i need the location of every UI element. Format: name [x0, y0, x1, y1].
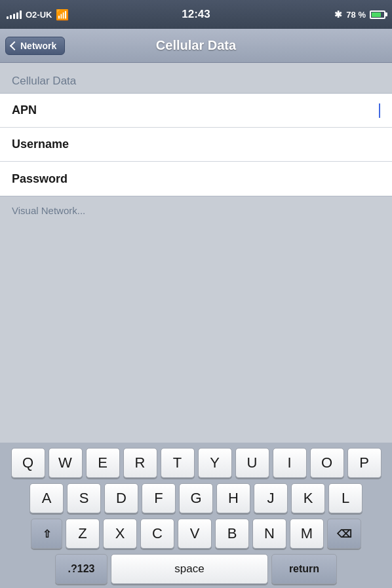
key-H[interactable]: H — [216, 483, 250, 513]
key-T[interactable]: T — [161, 448, 195, 478]
password-input[interactable] — [97, 172, 380, 185]
signal-bar-5 — [20, 10, 22, 19]
key-G[interactable]: G — [179, 483, 213, 513]
shift-key[interactable]: ⇧ — [31, 519, 62, 549]
key-Y[interactable]: Y — [198, 448, 232, 478]
username-input[interactable] — [97, 138, 380, 151]
signal-bar-4 — [16, 12, 18, 19]
section-hint: Visual Network... — [0, 196, 392, 216]
apn-row[interactable]: APN — [0, 94, 392, 128]
keyboard-row-4: .?123 space return — [3, 554, 389, 584]
key-B[interactable]: B — [215, 519, 249, 549]
cellular-data-form: APN Username Password — [0, 93, 392, 196]
status-left: O2-UK 📶 — [7, 9, 85, 21]
username-row[interactable]: Username — [0, 128, 392, 162]
space-key[interactable]: space — [111, 554, 268, 584]
keyboard-row-1: Q W E R T Y U I O P — [3, 448, 389, 478]
key-O[interactable]: O — [310, 448, 344, 478]
page-title: Cellular Data — [156, 38, 236, 53]
username-label: Username — [12, 138, 97, 151]
carrier-label: O2-UK — [26, 10, 52, 20]
signal-bar-3 — [13, 14, 15, 19]
section-label: Cellular Data — [0, 75, 392, 93]
battery-percent: 78 % — [346, 10, 366, 20]
status-right: ✱ 78 % — [307, 9, 385, 20]
apn-input[interactable] — [97, 104, 378, 117]
back-button[interactable]: Network — [5, 37, 65, 55]
key-J[interactable]: J — [254, 483, 288, 513]
signal-bar-2 — [10, 15, 12, 19]
key-L[interactable]: L — [328, 483, 363, 513]
key-Q[interactable]: Q — [11, 448, 45, 478]
delete-key[interactable]: ⌫ — [327, 519, 361, 549]
keyboard-row-3: ⇧ Z X C V B N M ⌫ — [3, 519, 389, 549]
nav-bar: Network Cellular Data — [0, 29, 392, 63]
status-bar: O2-UK 📶 12:43 ✱ 78 % — [0, 0, 392, 29]
key-P[interactable]: P — [347, 448, 382, 478]
key-M[interactable]: M — [290, 519, 324, 549]
keyboard-row-2: A S D F G H J K L — [3, 483, 389, 513]
signal-bar-1 — [7, 16, 9, 19]
numbers-key[interactable]: .?123 — [55, 554, 108, 584]
password-label: Password — [12, 172, 97, 186]
key-E[interactable]: E — [86, 448, 120, 478]
return-key[interactable]: return — [271, 554, 337, 584]
key-V[interactable]: V — [178, 519, 212, 549]
key-C[interactable]: C — [140, 519, 174, 549]
keyboard: Q W E R T Y U I O P A S D F G H J K L ⇧ … — [0, 443, 392, 588]
key-X[interactable]: X — [103, 519, 137, 549]
back-button-label: Network — [20, 41, 56, 51]
key-F[interactable]: F — [142, 483, 176, 513]
key-N[interactable]: N — [252, 519, 286, 549]
key-S[interactable]: S — [67, 483, 101, 513]
key-I[interactable]: I — [273, 448, 307, 478]
key-U[interactable]: U — [235, 448, 269, 478]
time-display: 12:43 — [182, 8, 210, 21]
signal-bars — [7, 10, 22, 19]
key-K[interactable]: K — [291, 483, 325, 513]
key-W[interactable]: W — [49, 448, 83, 478]
text-cursor — [379, 103, 380, 118]
wifi-icon: 📶 — [56, 9, 69, 21]
key-A[interactable]: A — [29, 483, 64, 513]
key-R[interactable]: R — [123, 448, 157, 478]
key-Z[interactable]: Z — [66, 519, 100, 549]
key-D[interactable]: D — [104, 483, 138, 513]
password-row[interactable]: Password — [0, 162, 392, 196]
battery-icon — [370, 10, 385, 19]
bluetooth-icon: ✱ — [334, 9, 342, 20]
hint-text: Visual Network... — [12, 205, 85, 216]
content-area: Cellular Data APN Username Password Visu… — [0, 63, 392, 216]
apn-label: APN — [12, 103, 97, 117]
battery-fill — [372, 12, 381, 17]
